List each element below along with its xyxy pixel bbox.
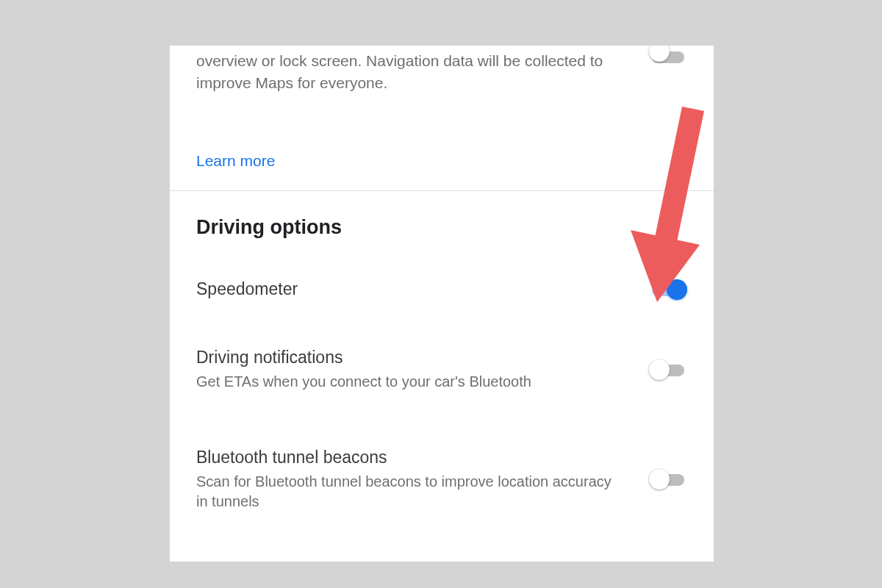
driving-notifications-title: Driving notifications — [196, 348, 620, 368]
driving-notifications-toggle[interactable] — [649, 359, 687, 381]
speedometer-toggle[interactable] — [649, 279, 687, 301]
settings-panel: overview or lock screen. Navigation data… — [170, 46, 714, 562]
speedometer-title: Speedometer — [196, 279, 620, 299]
previous-setting-description: overview or lock screen. Navigation data… — [196, 46, 608, 95]
driving-options-header: Driving options — [170, 191, 714, 245]
bluetooth-tunnel-title: Bluetooth tunnel beacons — [196, 448, 620, 467]
previous-setting-toggle[interactable] — [649, 46, 687, 68]
driving-notifications-subtitle: Get ETAs when you connect to your car's … — [196, 372, 620, 392]
previous-setting-fragment: overview or lock screen. Navigation data… — [170, 46, 714, 190]
bluetooth-tunnel-toggle[interactable] — [649, 468, 687, 490]
bluetooth-tunnel-row[interactable]: Bluetooth tunnel beacons Scan for Blueto… — [170, 415, 714, 535]
bluetooth-tunnel-subtitle: Scan for Bluetooth tunnel beacons to imp… — [196, 472, 620, 512]
driving-notifications-row[interactable]: Driving notifications Get ETAs when you … — [170, 301, 714, 415]
learn-more-link[interactable]: Learn more — [196, 152, 275, 170]
speedometer-row[interactable]: Speedometer — [170, 245, 714, 301]
